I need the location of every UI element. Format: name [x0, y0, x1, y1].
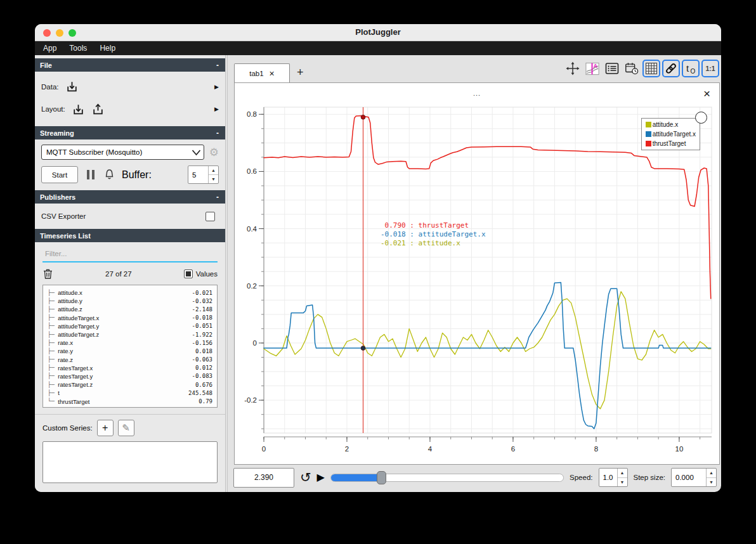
buffer-value: 5 — [188, 166, 208, 183]
values-checkbox[interactable] — [184, 269, 193, 278]
link-xaxis-icon[interactable] — [662, 60, 680, 77]
section-header-publishers[interactable]: Publishers - — [35, 190, 225, 204]
legend-list-icon[interactable] — [603, 60, 621, 77]
tracker-line: -0.018 : attitudeTarget.x — [381, 230, 486, 239]
load-layout-icon[interactable] — [72, 103, 85, 116]
csv-exporter-checkbox[interactable] — [205, 212, 215, 221]
ratio-1to1-icon[interactable]: 1:1 — [701, 60, 719, 77]
svg-text:8: 8 — [594, 445, 598, 453]
minimize-window-button[interactable] — [56, 29, 63, 37]
svg-text:0.4: 0.4 — [247, 225, 257, 233]
timeseries-row[interactable]: ├─ attitude.y-0.032 — [48, 297, 212, 305]
gear-icon[interactable]: ⚙ — [209, 147, 219, 158]
timeseries-row[interactable]: ├─ attitude.x-0.021 — [48, 288, 212, 297]
step-size-spinbox[interactable]: 0.000 ▲▼ — [671, 468, 717, 487]
series-value: 245.548 — [188, 390, 212, 396]
edit-custom-series-button[interactable]: ✎ — [118, 420, 134, 436]
data-menu-expander-icon[interactable]: ▶ — [214, 84, 219, 90]
splitter-handle[interactable] — [227, 55, 228, 492]
datetime-scale-icon[interactable] — [623, 60, 641, 77]
legend-label: attitudeTarget.x — [653, 131, 696, 138]
buffer-up-icon[interactable]: ▲ — [209, 166, 218, 175]
timeseries-row[interactable]: ├─ rate.x-0.156 — [48, 339, 212, 347]
add-custom-series-button[interactable]: + — [97, 420, 114, 436]
custom-series-list[interactable] — [42, 441, 218, 483]
speed-up-icon[interactable]: ▲ — [618, 469, 627, 478]
series-name: t — [58, 389, 188, 396]
timeseries-row[interactable]: └─ thrustTarget0.79 — [48, 397, 212, 405]
series-name: attitude.z — [58, 306, 192, 313]
main-area: tab1 × + AtO1:1 ... × 0.80.60.40.20-0.20… — [233, 55, 720, 492]
collapse-icon[interactable]: - — [216, 193, 219, 202]
series-value: -0.021 — [192, 290, 212, 296]
timeseries-row[interactable]: ├─ ratesTarget.x0.012 — [48, 364, 212, 372]
notifications-bell-icon[interactable] — [103, 169, 115, 181]
pause-icon[interactable] — [87, 170, 94, 179]
plot-close-button[interactable]: × — [703, 87, 710, 100]
new-tab-button[interactable]: + — [297, 66, 304, 79]
pan-zoom-icon[interactable] — [564, 60, 582, 77]
menu-app[interactable]: App — [37, 41, 63, 55]
timeseries-row[interactable]: ├─ attitudeTarget.y-0.051 — [48, 322, 212, 330]
legend-item-thrustTarget[interactable]: thrustTarget — [646, 140, 696, 147]
start-streaming-button[interactable]: Start — [41, 166, 78, 183]
values-label: Values — [196, 270, 218, 278]
tracker-readout: 0.790 : thrustTarget-0.018 : attitudeTar… — [381, 221, 486, 248]
title-bar: PlotJuggler — [35, 24, 721, 41]
plot-legend[interactable]: attitude.xattitudeTarget.xthrustTarget — [641, 118, 700, 150]
filter-input[interactable] — [42, 247, 218, 262]
save-layout-icon[interactable] — [91, 103, 105, 116]
legend-item-attitudeTarget.x[interactable]: attitudeTarget.x — [646, 131, 696, 138]
series-name: attitude.x — [58, 289, 192, 296]
timeseries-row[interactable]: ├─ attitudeTarget.z-1.922 — [48, 330, 212, 339]
grid-icon[interactable] — [642, 60, 660, 77]
slider-handle[interactable] — [377, 471, 386, 484]
tab-tab1[interactable]: tab1 × — [234, 63, 290, 82]
zoom-window-button[interactable] — [68, 29, 76, 37]
loop-icon[interactable]: ↺ — [300, 470, 311, 484]
legend-corner-circle[interactable] — [695, 112, 707, 124]
legend-item-attitude.x[interactable]: attitude.x — [646, 121, 696, 128]
plot-widget[interactable]: ... × 0.80.60.40.20-0.20246810 attitude.… — [234, 82, 720, 465]
time-value-box[interactable]: 2.390 — [233, 468, 294, 488]
close-window-button[interactable] — [43, 29, 51, 37]
time-offset-icon[interactable]: tO — [682, 60, 700, 77]
plot-toolbar: AtO1:1 — [564, 60, 719, 77]
load-data-icon[interactable] — [65, 80, 79, 93]
curve-tracker-icon[interactable]: A — [583, 60, 601, 77]
timeseries-row[interactable]: ├─ rate.z-0.063 — [48, 356, 212, 364]
tab-close-icon[interactable]: × — [270, 69, 275, 78]
menu-help[interactable]: Help — [93, 41, 122, 55]
timeseries-row[interactable]: ├─ attitude.z-2.148 — [48, 305, 212, 313]
pencil-icon: ✎ — [122, 422, 130, 434]
series-name: ratesTarget.x — [58, 365, 195, 372]
collapse-icon[interactable]: - — [216, 61, 219, 70]
buffer-down-icon[interactable]: ▼ — [209, 175, 218, 183]
plot-canvas[interactable]: 0.80.60.40.20-0.20246810 — [236, 105, 718, 462]
streaming-source-select[interactable]: MQTT Subscriber (Mosquitto) — [41, 145, 204, 160]
series-name: ratesTarget.y — [58, 373, 192, 380]
svg-text:6: 6 — [511, 445, 515, 453]
trash-icon[interactable] — [42, 268, 53, 280]
time-slider[interactable] — [330, 474, 564, 482]
section-header-timeseries[interactable]: Timeseries List — [35, 229, 225, 242]
speed-value: 1.0 — [599, 469, 617, 486]
section-header-file[interactable]: File - — [35, 58, 225, 72]
step-up-icon[interactable]: ▲ — [707, 469, 716, 478]
section-header-streaming[interactable]: Streaming - — [35, 126, 225, 139]
timeseries-row[interactable]: ├─ ratesTarget.z0.676 — [48, 380, 212, 389]
timeseries-row[interactable]: ├─ rate.y0.018 — [48, 347, 212, 355]
menu-tools[interactable]: Tools — [63, 41, 93, 55]
plus-icon: + — [102, 422, 108, 434]
collapse-icon[interactable]: - — [216, 129, 219, 138]
speed-spinbox[interactable]: 1.0 ▲▼ — [599, 468, 628, 487]
timeseries-row[interactable]: ├─ attitudeTarget.x-0.018 — [48, 314, 212, 322]
play-button[interactable]: ▶ — [317, 472, 325, 482]
series-value: -0.156 — [192, 340, 212, 346]
buffer-spinbox[interactable]: 5 ▲▼ — [188, 165, 219, 184]
timeseries-row[interactable]: ├─ t245.548 — [48, 389, 212, 397]
step-down-icon[interactable]: ▼ — [707, 478, 716, 487]
timeseries-row[interactable]: ├─ ratesTarget.y-0.083 — [48, 372, 212, 380]
layout-menu-expander-icon[interactable]: ▶ — [214, 106, 219, 112]
speed-down-icon[interactable]: ▼ — [618, 478, 627, 487]
